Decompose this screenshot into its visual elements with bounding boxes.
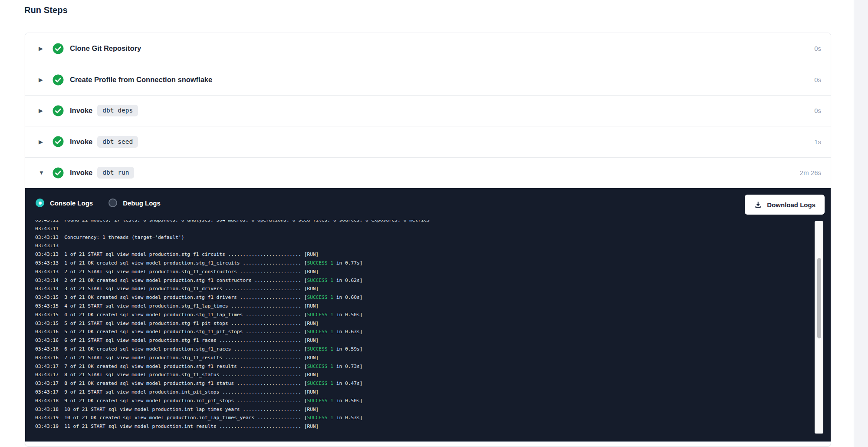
log-line: 03:43:13 1 of 21 START sql view model pr… (35, 250, 831, 259)
console-log-panel: Console LogsDebug Logs Download Logs 03:… (25, 188, 831, 442)
step-label: Invoke (70, 138, 92, 146)
log-type-radio-label: Console Logs (50, 199, 93, 207)
step-duration: 1s (814, 138, 821, 146)
log-line: 03:43:16 6 of 21 START sql view model pr… (35, 336, 831, 345)
log-line: 03:43:14 3 of 21 START sql view model pr… (35, 285, 831, 293)
expand-caret-icon[interactable] (39, 108, 46, 113)
page-right-gutter (854, 0, 868, 447)
success-check-icon (53, 167, 64, 179)
log-scrollbar-track[interactable] (815, 221, 823, 434)
log-content: 03:43:11 Found 21 models, 17 tests, 0 sn… (25, 220, 831, 431)
steps-list: Clone Git Repository0sCreate Profile fro… (25, 33, 831, 188)
run-steps-card: Clone Git Repository0sCreate Profile fro… (25, 33, 831, 447)
log-line: 03:43:16 7 of 21 START sql view model pr… (35, 354, 831, 362)
log-line: 03:43:19 11 of 21 START sql view model p… (35, 422, 831, 431)
log-viewport: 03:43:11 Found 21 models, 17 tests, 0 sn… (25, 220, 831, 435)
step-command-pill: dbt seed (97, 136, 138, 148)
log-line: 03:43:15 5 of 21 START sql view model pr… (35, 319, 831, 328)
log-line: 03:43:14 2 of 21 OK created sql view mod… (35, 276, 831, 285)
run-step-row[interactable]: Clone Git Repository0s (25, 33, 831, 64)
log-line: 03:43:13 Concurrency: 1 threads (target=… (35, 233, 831, 242)
step-duration: 0s (814, 76, 821, 83)
expand-caret-icon[interactable] (39, 46, 46, 51)
expand-caret-icon[interactable] (39, 77, 46, 83)
run-steps-page: Run Steps Clone Git Repository0sCreate P… (0, 0, 868, 447)
step-duration: 0s (814, 107, 821, 114)
collapse-caret-icon[interactable] (39, 170, 46, 175)
run-step-row[interactable]: Invokedbt seed1s (25, 126, 831, 157)
log-scrollbar-thumb[interactable] (817, 258, 821, 338)
step-duration: 0s (814, 45, 821, 52)
log-line: 03:43:16 5 of 21 OK created sql view mod… (35, 328, 831, 336)
download-logs-label: Download Logs (767, 201, 815, 209)
log-status-success: SUCCESS 1 (307, 278, 333, 283)
log-line: 03:43:17 8 of 21 START sql view model pr… (35, 371, 831, 379)
success-check-icon (53, 105, 64, 116)
log-line: 03:43:16 6 of 21 OK created sql view mod… (35, 345, 831, 354)
log-line: 03:43:13 1 of 21 OK created sql view mod… (35, 259, 831, 268)
log-line: 03:43:18 9 of 21 OK created sql view mod… (35, 397, 831, 405)
log-status-success: SUCCESS 1 (307, 381, 333, 386)
log-type-radio-console-logs[interactable]: Console Logs (36, 199, 93, 207)
run-step-row[interactable]: Create Profile from Connection snowflake… (25, 64, 831, 95)
log-line: 03:43:17 9 of 21 START sql view model pr… (35, 388, 831, 397)
step-label: Invoke (70, 169, 92, 177)
expand-caret-icon[interactable] (39, 139, 46, 145)
console-header: Console LogsDebug Logs Download Logs (25, 188, 831, 220)
log-line: 03:43:17 7 of 21 OK created sql view mod… (35, 362, 831, 371)
download-logs-button[interactable]: Download Logs (745, 195, 825, 215)
step-label: Invoke (70, 106, 92, 115)
log-line: 03:43:15 3 of 21 OK created sql view mod… (35, 293, 831, 302)
log-status-success: SUCCESS 1 (307, 312, 333, 318)
log-line: 03:43:13 2 of 21 START sql view model pr… (35, 268, 831, 276)
log-line: 03:43:17 8 of 21 OK created sql view mod… (35, 379, 831, 388)
log-type-radio-group: Console LogsDebug Logs (36, 199, 170, 207)
log-line: 03:43:13 (35, 242, 831, 250)
step-label: Clone Git Repository (70, 44, 141, 53)
success-check-icon (53, 74, 64, 86)
log-type-radio-debug-logs[interactable]: Debug Logs (108, 199, 161, 207)
log-line: 03:43:15 4 of 21 OK created sql view mod… (35, 311, 831, 319)
log-status-success: SUCCESS 1 (307, 415, 333, 421)
success-check-icon (53, 43, 64, 54)
run-step-row[interactable]: Invokedbt deps0s (25, 95, 831, 126)
radio-selected-icon[interactable] (36, 199, 44, 207)
radio-unselected-icon[interactable] (108, 199, 117, 207)
step-label: Create Profile from Connection snowflake (70, 76, 212, 84)
success-check-icon (53, 136, 64, 147)
log-status-success: SUCCESS 1 (307, 398, 333, 404)
run-step-row[interactable]: Invokedbt run2m 26s (25, 157, 831, 188)
log-line: 03:43:15 4 of 21 START sql view model pr… (35, 302, 831, 311)
log-line: 03:43:18 10 of 21 START sql view model p… (35, 405, 831, 414)
step-command-pill: dbt deps (97, 105, 138, 116)
log-line: 03:43:11 (35, 225, 831, 233)
download-icon (754, 201, 762, 209)
log-status-success: SUCCESS 1 (307, 295, 333, 300)
log-status-success: SUCCESS 1 (307, 364, 333, 369)
log-status-success: SUCCESS 1 (307, 260, 333, 266)
log-line: 03:43:11 Found 21 models, 17 tests, 0 sn… (35, 220, 831, 225)
step-command-pill: dbt run (97, 167, 134, 179)
log-line: 03:43:19 10 of 21 OK created sql view mo… (35, 414, 831, 422)
log-status-success: SUCCESS 1 (307, 329, 333, 334)
log-status-success: SUCCESS 1 (307, 346, 333, 352)
log-type-radio-label: Debug Logs (123, 199, 161, 207)
step-duration: 2m 26s (800, 169, 821, 176)
page-title: Run Steps (24, 5, 68, 15)
